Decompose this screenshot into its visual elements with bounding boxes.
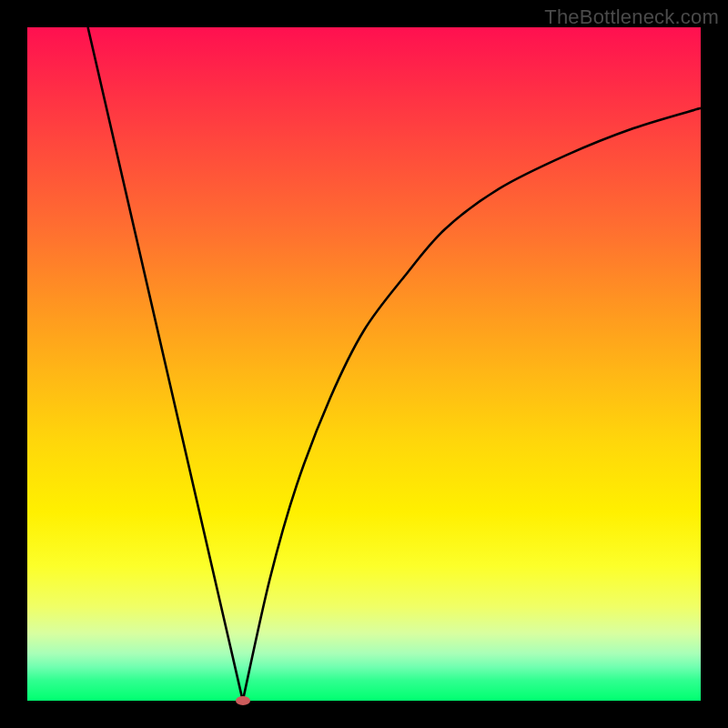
- minimum-marker: [236, 696, 250, 705]
- chart-curve-svg: [27, 27, 701, 701]
- chart-plot-area: [27, 27, 701, 701]
- chart-frame: TheBottleneck.com: [0, 0, 728, 728]
- watermark-text: TheBottleneck.com: [544, 5, 719, 29]
- chart-curve: [88, 27, 701, 701]
